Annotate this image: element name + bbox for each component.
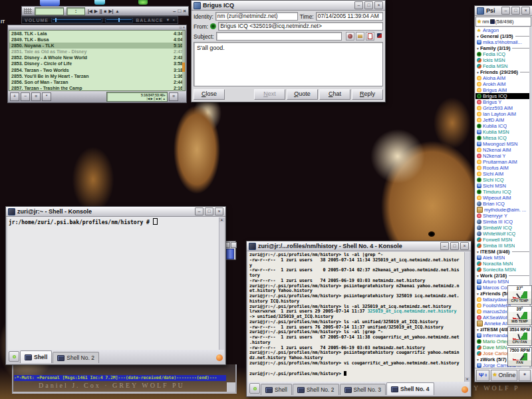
prev-button[interactable]: |◀: [88, 9, 92, 14]
mutt-window-bottom[interactable]: -*-Mutt: =Personal [Msgs:1461 Inc:4 7.2M…: [12, 364, 237, 394]
roster-group[interactable]: ▼General (1/35): [475, 33, 531, 39]
balance-slider[interactable]: [105, 18, 133, 23]
playlist-remove-button[interactable]: −: [21, 92, 30, 101]
roster-contact[interactable]: Mwongozi MSN: [475, 141, 531, 147]
player-close-button[interactable]: ×: [183, 8, 186, 14]
terminal-output[interactable]: jr:/home/zuri/.psi.bak/profiles/nm/histo…: [7, 217, 224, 350]
roster-contact[interactable]: N2kenai Y: [475, 153, 531, 159]
roster-group[interactable]: ▼ITESM (3/46): [475, 249, 531, 255]
terminal-output[interactable]: zuri@jr:~/.psi/profiles/nm/history> ls -…: [248, 252, 469, 382]
roster-contact[interactable]: Simba III MSN: [475, 243, 531, 249]
maximize-icon[interactable]: □: [511, 7, 520, 15]
playlist-scrollbar[interactable]: [182, 31, 185, 90]
play-button[interactable]: ▶: [94, 9, 98, 14]
playlist-misc-button[interactable]: *: [42, 92, 51, 101]
globe-icon[interactable]: [346, 32, 354, 41]
roster-contact[interactable]: WhiteWolf ICQ: [475, 231, 531, 237]
folder-icon[interactable]: [356, 32, 364, 41]
playlist-row[interactable]: 2855. You'll Be in My Heart - Tarzan1:36: [9, 73, 185, 79]
quote-button[interactable]: Quote: [287, 89, 318, 100]
playlist-select-button[interactable]: ≡: [31, 92, 41, 101]
playlist-close-icon[interactable]: ×: [183, 26, 185, 29]
playlist-row[interactable]: 2851. Tale as Old as Time - Disney2:47: [9, 49, 185, 55]
maximize-icon[interactable]: □: [450, 242, 459, 250]
mutt-scrollbar-fragment[interactable]: [226, 249, 234, 259]
minimize-icon[interactable]: –: [195, 207, 203, 215]
chat-button[interactable]: Chat: [319, 89, 350, 100]
minimize-icon[interactable]: –: [354, 1, 363, 9]
roster-contact[interactable]: Kublia ICQ: [475, 123, 531, 129]
roster-contact[interactable]: SimbaW ICQ: [475, 225, 531, 231]
player-grip[interactable]: [24, 8, 32, 14]
roster-contact[interactable]: Mtesa ICQ: [475, 135, 531, 141]
player-shade-button[interactable]: □: [178, 8, 181, 14]
pl-toggle-icon[interactable]: ×: [172, 18, 175, 22]
subject-input[interactable]: [216, 32, 342, 41]
close-icon[interactable]: ×: [460, 242, 469, 250]
roster-contact[interactable]: N2kenai AIM: [475, 147, 531, 153]
playlist-row[interactable]: 2849. TLK - Busa4:04: [9, 37, 185, 43]
terminal-scrollbar[interactable]: ▼: [464, 252, 469, 382]
roster-contact[interactable]: Noracita MsN: [475, 261, 531, 267]
roster-group[interactable]: ▼Work (2/16): [475, 273, 531, 279]
roster-contact[interactable]: JeffD AIM: [475, 117, 531, 123]
session-tab[interactable]: Shell: [261, 384, 292, 395]
roster-contact[interactable]: Foxwell MSN: [475, 237, 531, 243]
playlist-row[interactable]: 2856. Son of Man - Tarzan2:44: [9, 79, 185, 85]
desktop-icon-fragment-green[interactable]: [138, 0, 148, 5]
roster-contact[interactable]: Brigus AIM: [475, 87, 531, 93]
playlist-list-button[interactable]: ≡: [169, 92, 178, 101]
stop-button[interactable]: ■: [104, 9, 106, 14]
roster-contact[interactable]: Sichi ICQ: [475, 177, 531, 183]
reply-button[interactable]: Reply: [352, 89, 383, 100]
konsole4-titlebar[interactable]: zuri@jr:/...rofiles/nm/history - Shell N…: [247, 241, 471, 251]
status-selector[interactable]: ★ Online: [491, 370, 517, 381]
close-icon[interactable]: [231, 242, 237, 248]
playlist-row[interactable]: 2857. Tarzan - Trashin the Camp2:16: [9, 85, 185, 91]
volume-slider[interactable]: [51, 18, 102, 23]
playlist-add-button[interactable]: +: [10, 92, 19, 101]
roster-contact[interactable]: Arturo MSN: [475, 279, 531, 285]
eq-toggle-icon[interactable]: ▼: [166, 18, 170, 22]
roster-contact[interactable]: Kublia MSN: [475, 129, 531, 135]
desktop-icon-fragment-blue[interactable]: [40, 0, 60, 6]
roster-contact[interactable]: Sichi MSN: [475, 183, 531, 189]
roster-contact[interactable]: Roofus AIM: [475, 165, 531, 171]
session-tab[interactable]: Shell No. 2: [53, 352, 99, 363]
roster-contact[interactable]: Timduru ICQ: [475, 189, 531, 195]
playlist-shade-icon[interactable]: □: [180, 26, 182, 29]
konsole1-titlebar[interactable]: zuri@jr:~ - Shell - Konsole – □ ×: [6, 207, 225, 217]
maximize-icon[interactable]: □: [205, 207, 213, 215]
session-close-icon[interactable]: [462, 386, 468, 393]
roster-contact[interactable]: Grizz593 AIM: [475, 105, 531, 111]
roster-contact[interactable]: Simba III ICQ: [475, 219, 531, 225]
session-tab[interactable]: Shell: [20, 350, 52, 363]
session-tab[interactable]: Shell No. 4: [386, 382, 434, 395]
clipboard-icon[interactable]: [366, 32, 374, 41]
roster-contact[interactable]: Brian ICQ: [475, 201, 531, 207]
mutt-resize-grip[interactable]: [227, 382, 235, 392]
roster-contact[interactable]: Soniecita MSN: [475, 267, 531, 273]
noise-toggle-button[interactable]: *: [519, 370, 531, 381]
roster-contact[interactable]: Wipeout AIM: [475, 195, 531, 201]
session-close-icon[interactable]: [216, 354, 223, 361]
new-session-button[interactable]: [9, 351, 19, 362]
playlist-row[interactable]: 2854. Tarzan - Two Worlds3:18: [9, 67, 185, 73]
roster-contact[interactable]: Shenryyr Y: [475, 213, 531, 219]
new-session-button[interactable]: [249, 383, 260, 394]
roster-contact[interactable]: Pruitarman AIM: [475, 159, 531, 165]
roster-contact[interactable]: Brigus Y: [475, 99, 531, 105]
session-tab[interactable]: Shell No. 2: [293, 384, 339, 395]
session-tab[interactable]: Shell No. 3: [340, 384, 386, 395]
playlist-mini-transport[interactable]: |◀ ▶ || ■ ▶| ▲: [147, 97, 166, 100]
playlist-row[interactable]: 2853. Disney - Circle of Life3:58: [9, 61, 185, 66]
eject-button[interactable]: ▲: [115, 9, 119, 14]
roster-contact[interactable]: ★Aragon: [475, 27, 531, 33]
roster-contact[interactable]: Alek MSN: [475, 255, 531, 261]
minimize-icon[interactable]: –: [440, 242, 449, 250]
roster-contact[interactable]: Fedia MSN: [475, 63, 531, 69]
psi-titlebar[interactable]: Psi – □ ×: [475, 6, 532, 16]
playlist-resize-grip[interactable]: [180, 98, 184, 102]
roster-contact[interactable]: Brigus ICQ: [475, 93, 531, 99]
icq-titlebar[interactable]: Brigus ICQ – □ ×: [192, 1, 385, 11]
